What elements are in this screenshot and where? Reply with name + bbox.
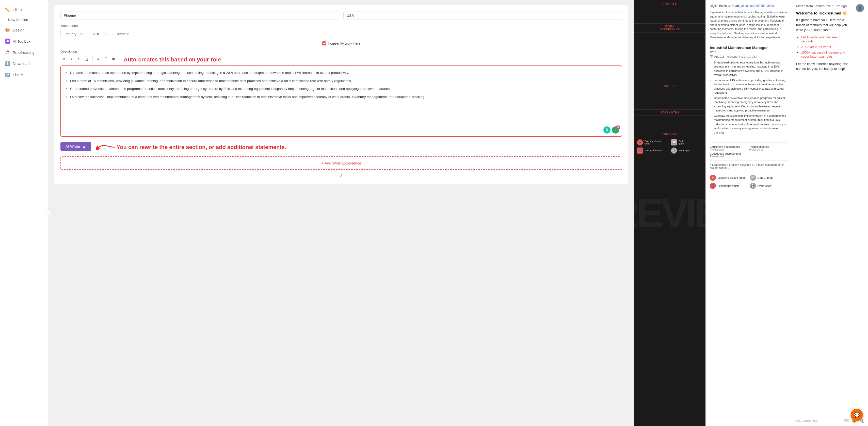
red-arrow-svg — [96, 142, 117, 152]
toolbar-divider — [92, 56, 93, 61]
sidebar-item-download[interactable]: ⬇️ Download — [0, 58, 48, 69]
hobby-item-1: ✈ Exploring distantlands — [637, 139, 669, 145]
digital-card-label: Digital Business Card: — [710, 4, 740, 8]
sidebar-item-ai-toolbox[interactable]: AI AI Toolbox — [0, 36, 48, 47]
description-bullet-2: Led a team of 15 technicians, providing … — [70, 78, 618, 84]
share-icon: ↗️ — [5, 72, 10, 77]
sidebar-item-proofreading[interactable]: @ Proofreading — [0, 47, 48, 58]
chat-link-2-anchor[interactable]: AI Cover letter writer — [801, 45, 831, 49]
chat-panel: Martin from Kickresume • 18m ago Welcome… — [792, 0, 868, 426]
country-input[interactable] — [343, 11, 622, 20]
resume-profile-content — [634, 8, 706, 24]
sidebar-item-fill-in-label: Fill In — [13, 8, 22, 12]
section-divider-3 — [710, 160, 788, 161]
skill-item-3: Continuous improvement Professional — [710, 152, 748, 158]
job-title: Industrial Maintenance Manager — [710, 45, 788, 50]
description-bullet-4: Oversaw the successful implementation of… — [70, 94, 618, 100]
chat-messages: Martin from Kickresume • 18m ago Welcome… — [792, 0, 868, 415]
chat-link-1-anchor[interactable]: Let AI write your resume in seconds — [801, 35, 840, 43]
chat-message-header: Martin from Kickresume • 18m ago Welcome… — [796, 4, 864, 71]
main-content: Time period January February 2018 2019 –… — [48, 0, 634, 426]
currently-work-checkbox[interactable] — [322, 41, 326, 45]
strikethrough-button[interactable]: S — [76, 55, 83, 62]
hobby-item-sport: ⚽ Every sport — [750, 183, 788, 189]
ai-writer-row: AI Writer ▲ You can rewrite the entire s… — [60, 142, 622, 152]
resume-bullet-2: Led a team of 15 technicians, providing … — [714, 78, 788, 95]
currently-work-row: I currently work here — [60, 41, 622, 45]
proofreading-icon: @ — [5, 50, 10, 55]
auto-creates-label: Auto-creates this based on your role — [124, 56, 221, 63]
list-button-3[interactable]: ≣ — [110, 55, 117, 62]
job-meta-text: 01/2018 – present PHOENIX, USA — [714, 55, 757, 58]
description-box[interactable]: Streamlined maintenance operations by im… — [60, 65, 622, 137]
hobby-icon-3: 🎵 — [637, 148, 643, 154]
resume-right-panel: Digital Business Card: jakeb.com/2098590… — [706, 0, 792, 426]
chat-link-1: Let AI write your resume in seconds — [801, 35, 851, 43]
hobby-label-4: Every sport — [679, 149, 690, 152]
resume-bullet-1: Streamlined maintenance operations by im… — [714, 60, 788, 77]
grammarly-icon[interactable]: G — [603, 126, 611, 134]
hobby-label-music: Feeling the music — [717, 184, 739, 187]
chat-keyboard-button[interactable]: ⌨ — [843, 418, 850, 423]
collapse-chevron: ∧ — [340, 173, 343, 178]
month-select[interactable]: January February — [60, 30, 86, 38]
resume-bullet-5 — [714, 136, 788, 140]
skills-grid: Equipment maintenance Professional Troub… — [710, 145, 788, 158]
list-button-1[interactable]: ≡ — [95, 55, 102, 62]
sidebar-item-share[interactable]: ↗️ Share — [0, 69, 48, 80]
chat-intro-text: It's great to have you. Here are a bunch… — [796, 18, 851, 32]
chat-input[interactable] — [795, 419, 841, 422]
arrow-annotation-wrapper: You can rewrite the entire section, or a… — [96, 142, 286, 152]
italic-button[interactable]: I — [68, 55, 75, 62]
skill-name-1: Equipment maintenance — [710, 145, 748, 148]
hobbies-grid: ✈ Exploring distant lands 📖 Getti... goo… — [710, 175, 788, 189]
hobby-icon-music: 🎵 — [710, 183, 716, 189]
add-work-experience-button[interactable]: + Add Work Experience — [60, 156, 622, 170]
resume-skills-header: SKILLS — [634, 83, 706, 89]
city-group — [60, 11, 339, 20]
sidebar-item-proofreading-label: Proofreading — [13, 50, 34, 55]
year-select[interactable]: 2018 2019 — [89, 30, 108, 38]
list-button-2[interactable]: ☰ — [102, 55, 110, 62]
hobby-item-2: 📖 Getti...good — [671, 139, 703, 145]
section-divider-2 — [710, 142, 788, 143]
present-text: present — [117, 32, 129, 36]
city-input[interactable] — [60, 11, 339, 20]
time-period-label: Time period — [60, 24, 622, 28]
sidebar: ✏️ Fill In + New Section 🎨 Design AI AI … — [0, 0, 48, 426]
description-list: Streamlined maintenance operations by im… — [65, 70, 618, 100]
resume-profile-header: PROFILE — [634, 0, 706, 8]
sidebar-collapse-button[interactable]: ‹ — [45, 210, 51, 216]
underline-button[interactable]: U — [83, 55, 90, 62]
chat-link-3-anchor[interactable]: 1500+ successful resume and cover letter… — [801, 51, 845, 58]
skill-name-2: Troubleshooting — [749, 145, 788, 148]
sidebar-item-design[interactable]: 🎨 Design — [0, 24, 48, 36]
section-divider-4 — [710, 172, 788, 172]
hobby-icon-exploring: ✈ — [710, 175, 716, 181]
ai-icon: AI — [5, 39, 10, 44]
chat-welcome: Welcome to Kickresume! 👋 — [796, 11, 851, 15]
chat-from-label: Martin from Kickresume • 18m ago — [796, 4, 851, 8]
text-toolbar: B I S U ≡ ☰ ≣ — [60, 55, 117, 62]
sidebar-item-ai-toolbox-label: AI Toolbox — [13, 39, 30, 43]
bold-button[interactable]: B — [60, 55, 67, 62]
design-icon: 🎨 — [5, 27, 10, 32]
country-group — [343, 11, 622, 20]
ai-writer-wrapper: AI Writer ▲ — [60, 142, 91, 151]
orange-chat-button[interactable]: 💬 — [851, 409, 863, 421]
hobby-icon-1: ✈ — [637, 139, 643, 145]
rewrite-label: You can rewrite the entire section, or a… — [117, 144, 286, 151]
collapse-section[interactable]: ∧ — [60, 173, 622, 178]
resume-dark-bg: PREVIEW PROFILE WORKEXPERIENCE SKILLS ST… — [634, 0, 706, 426]
description-section: Description B I S U ≡ ☰ ≣ — [60, 50, 622, 137]
ai-writer-button[interactable]: AI Writer ▲ — [60, 142, 91, 151]
resume-work-content — [634, 32, 706, 83]
format-group: B I S U — [60, 55, 90, 62]
resume-work-experience-header: WORKEXPERIENCE — [634, 24, 706, 32]
sidebar-item-new-section[interactable]: + New Section — [0, 15, 48, 24]
digital-card-url[interactable]: jakeb.com/2098590384k — [741, 4, 774, 8]
toolbar-row: B I S U ≡ ☰ ≣ Auto-creates this based on… — [60, 55, 622, 64]
sidebar-item-fill-in[interactable]: ✏️ Fill In — [0, 4, 48, 15]
currently-work-label[interactable]: I currently work here — [328, 41, 361, 45]
skill-name-3: Continuous improvement — [710, 152, 748, 155]
